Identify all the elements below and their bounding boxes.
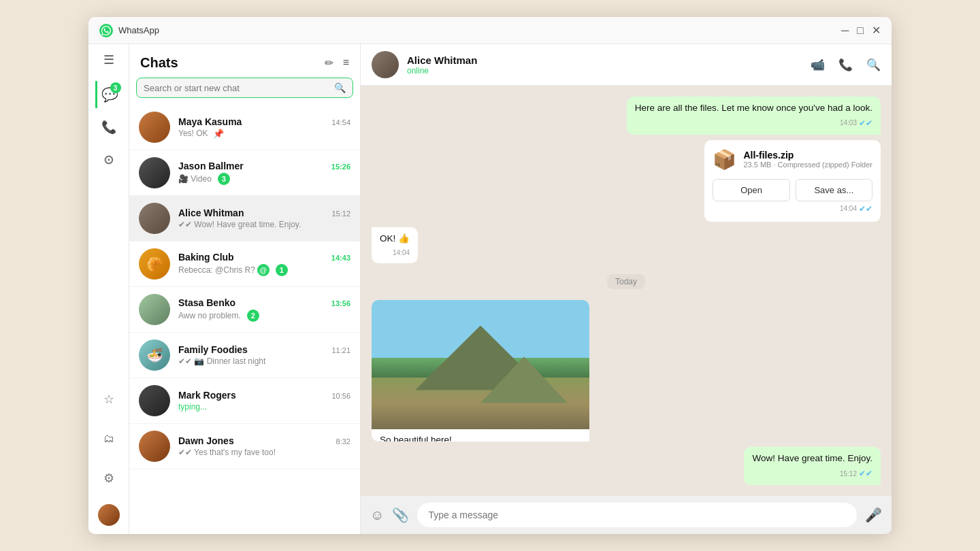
chat-name-row: Alice Whitman 15:12 — [178, 207, 350, 218]
message-time: 14:43 — [331, 254, 350, 262]
filter-icon[interactable]: ≡ — [343, 56, 349, 69]
whatsapp-logo — [99, 24, 113, 37]
chat-info: Mark Rogers 10:56 typing... — [178, 390, 350, 412]
chat-list: Maya Kasuma 14:54 Yes! OK 📌 Jas — [129, 105, 360, 534]
window-title: WhatsApp — [118, 25, 841, 35]
sidebar-item-starred[interactable]: ☆ — [95, 386, 122, 413]
list-item[interactable]: 🍜 Family Foodies 11:21 ✔✔ 📷 Dinner last … — [129, 333, 360, 378]
save-file-button[interactable]: Save as... — [796, 179, 872, 201]
contact-name: Dawn Jones — [178, 435, 234, 446]
list-item[interactable]: Alice Whitman 15:12 ✔✔ Wow! Have great t… — [129, 196, 360, 241]
microphone-icon[interactable]: 🎤 — [865, 507, 882, 523]
message-time: 14:04 ✔✔ — [713, 204, 872, 214]
search-input[interactable] — [144, 83, 334, 93]
chat-info: Stasa Benko 13:56 Aww no problem. 2 — [178, 297, 350, 322]
sidebar-item-status[interactable]: ⊙ — [95, 146, 122, 173]
title-bar: WhatsApp ─ □ ✕ — [88, 17, 892, 44]
chat-name-row: Maya Kasuma 14:54 — [178, 116, 350, 127]
new-chat-icon[interactable]: ✏ — [325, 56, 333, 69]
contact-name: Baking Club — [178, 252, 234, 263]
chat-list-panel: Chats ✏ ≡ 🔍 Maya Kasuma 14:54 — [129, 44, 361, 534]
video-call-icon[interactable]: 📹 — [811, 58, 825, 72]
message-time: 15:12 ✔✔ — [752, 468, 872, 480]
message-time: 10:56 — [331, 392, 350, 400]
messages-area[interactable]: Here are all the files. Let me know once… — [361, 86, 892, 496]
message-preview: ✔✔ 📷 Dinner last night — [178, 356, 350, 366]
input-bar: ☺ 📎 🎤 — [361, 496, 892, 534]
chat-name-row: Dawn Jones 8:32 — [178, 435, 350, 446]
file-type-icon: 📦 — [713, 148, 736, 171]
chat-name-row: Jason Ballmer 15:26 — [178, 161, 350, 171]
message-bubble: Here are all the files. Let me know once… — [627, 97, 881, 135]
chats-badge: 3 — [110, 82, 121, 93]
sidebar-item-chats[interactable]: 💬 3 — [95, 81, 122, 108]
chat-contact-name: Alice Whitman — [407, 54, 811, 66]
open-file-button[interactable]: Open — [713, 179, 789, 201]
list-item[interactable]: Jason Ballmer 15:26 🎥 Video 3 — [129, 150, 360, 196]
status-icon: ⊙ — [103, 152, 114, 167]
read-ticks: ✔✔ — [859, 118, 872, 129]
chat-name-row: Baking Club 14:43 — [178, 252, 350, 263]
avatar — [139, 157, 170, 188]
message-time: 8:32 — [336, 437, 350, 446]
message-time: 15:12 — [331, 210, 350, 218]
message-bubble: Wow! Have great time. Enjoy. 15:12 ✔✔ — [744, 447, 881, 485]
contact-name: Mark Rogers — [178, 390, 236, 401]
message-text: Here are all the files. Let me know once… — [635, 103, 872, 113]
unread-badge: 3 — [218, 173, 230, 185]
nav-bottom: ☆ 🗂 ⚙ — [95, 386, 122, 526]
chat-list-title: Chats — [140, 55, 325, 71]
contact-name: Family Foodies — [178, 344, 248, 355]
emoji-icon[interactable]: ☺ — [370, 507, 384, 523]
list-item[interactable]: Mark Rogers 10:56 typing... — [129, 378, 360, 424]
message-time: 15:26 — [331, 163, 350, 171]
chat-name-row: Mark Rogers 10:56 — [178, 390, 350, 401]
chat-info: Alice Whitman 15:12 ✔✔ Wow! Have great t… — [178, 207, 350, 229]
message-input[interactable] — [417, 503, 857, 527]
image-caption: So beautiful here! 15:06 — [372, 429, 589, 442]
message-time: 13:56 — [331, 299, 350, 307]
chat-info: Baking Club 14:43 Rebecca: @Chris R? @ 1 — [178, 252, 350, 276]
sidebar-item-settings[interactable]: ⚙ — [95, 465, 122, 492]
file-meta: 23.5 MB · Compressed (zipped) Folder — [743, 161, 872, 169]
pin-icon: 📌 — [213, 129, 224, 139]
chat-contact-avatar[interactable] — [372, 51, 399, 78]
search-chat-icon[interactable]: 🔍 — [866, 58, 881, 72]
file-info: All-files.zip 23.5 MB · Compressed (zipp… — [743, 150, 872, 169]
chat-info: Family Foodies 11:21 ✔✔ 📷 Dinner last ni… — [178, 344, 350, 366]
sidebar-item-archived[interactable]: 🗂 — [95, 425, 122, 452]
message-preview: 🎥 Video 3 — [178, 173, 350, 185]
minimize-button[interactable]: ─ — [841, 25, 849, 36]
list-item[interactable]: Dawn Jones 8:32 ✔✔ Yes that's my fave to… — [129, 424, 360, 469]
chat-list-header: Chats ✏ ≡ — [129, 44, 360, 78]
sidebar-item-calls[interactable]: 📞 — [95, 114, 122, 141]
settings-icon: ⚙ — [103, 471, 114, 486]
message-bubble: OK! 👍 14:04 — [372, 227, 418, 263]
message-preview: Yes! OK 📌 — [178, 129, 350, 139]
message-preview: typing... — [178, 402, 350, 412]
list-item[interactable]: Stasa Benko 13:56 Aww no problem. 2 — [129, 287, 360, 333]
attach-icon[interactable]: 📎 — [392, 507, 409, 523]
voice-call-icon[interactable]: 📞 — [838, 58, 853, 72]
message-time: 14:03 ✔✔ — [635, 118, 872, 129]
avatar: 🥐 — [139, 248, 170, 280]
list-item[interactable]: Maya Kasuma 14:54 Yes! OK 📌 — [129, 105, 360, 150]
app-body: ☰ 💬 3 📞 ⊙ ☆ 🗂 ⚙ — [88, 44, 892, 534]
chat-name-row: Family Foodies 11:21 — [178, 344, 350, 355]
list-item[interactable]: 🥐 Baking Club 14:43 Rebecca: @Chris R? @… — [129, 241, 360, 287]
file-actions: Open Save as... — [713, 179, 872, 201]
message-preview: ✔✔ Wow! Have great time. Enjoy. — [178, 220, 350, 229]
message-preview: Rebecca: @Chris R? @ 1 — [178, 264, 350, 276]
avatar — [139, 294, 170, 325]
user-avatar[interactable] — [98, 504, 120, 526]
message-time: 14:04 — [380, 248, 410, 258]
close-button[interactable]: ✕ — [872, 25, 881, 36]
file-message: 📦 All-files.zip 23.5 MB · Compressed (zi… — [704, 140, 881, 222]
menu-icon[interactable]: ☰ — [103, 52, 114, 67]
avatar: 🍜 — [139, 339, 170, 371]
chat-info: Dawn Jones 8:32 ✔✔ Yes that's my fave to… — [178, 435, 350, 457]
read-ticks: ✔✔ — [859, 204, 872, 214]
maximize-button[interactable]: □ — [857, 25, 864, 36]
chat-header-info: Alice Whitman online — [407, 54, 811, 76]
message-image — [372, 300, 589, 429]
